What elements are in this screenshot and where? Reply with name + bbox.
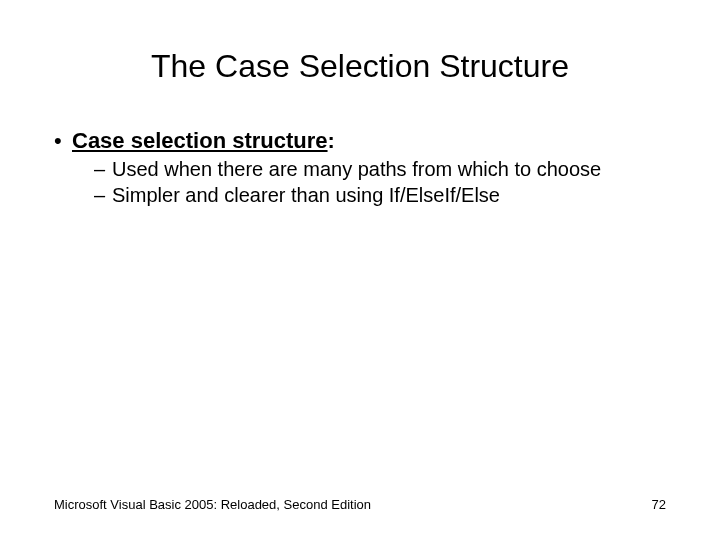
page-number: 72: [652, 497, 666, 512]
bullet-level-1: • Case selection structure:: [54, 128, 666, 154]
bullet-level-2: – Simpler and clearer than using If/Else…: [54, 184, 666, 208]
slide-title: The Case Selection Structure: [0, 48, 720, 85]
slide: The Case Selection Structure • Case sele…: [0, 0, 720, 540]
bullet-icon: •: [54, 128, 62, 154]
dash-icon: –: [94, 158, 105, 182]
slide-body: • Case selection structure: – Used when …: [54, 128, 666, 207]
subpoint-text: Simpler and clearer than using If/ElseIf…: [112, 184, 500, 206]
bullet-term: Case selection structure: [72, 128, 328, 153]
dash-icon: –: [94, 184, 105, 208]
bullet-level-2: – Used when there are many paths from wh…: [54, 158, 666, 182]
subpoint-text: Used when there are many paths from whic…: [112, 158, 601, 180]
footer-source: Microsoft Visual Basic 2005: Reloaded, S…: [54, 497, 371, 512]
bullet-colon: :: [328, 128, 335, 153]
